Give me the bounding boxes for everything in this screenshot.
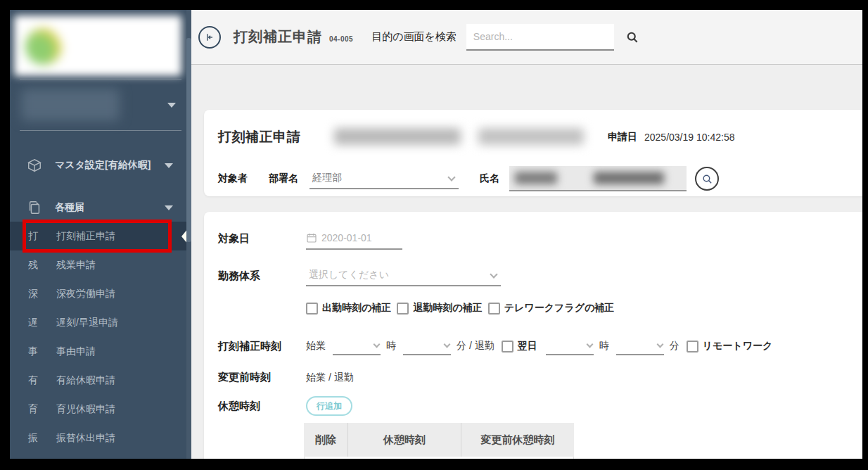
add-row-button[interactable]: 行追加 [306, 396, 352, 416]
sidebar-item-prefix: 打 [28, 230, 42, 243]
sidebar-divider [20, 130, 181, 131]
work-system-placeholder: 選択してください [309, 269, 389, 281]
sidebar-divider [20, 79, 181, 80]
sidebar-item-prefix: 深 [28, 288, 42, 300]
main-area: 打刻補正申請 04-005 目的の画面を検索 打刻補正申請 申請日 2025/0… [191, 10, 862, 459]
break-time-table: 削除 休憩時刻 変更前休憩時刻 [304, 423, 574, 459]
start-work-label: 始業 [306, 340, 326, 352]
checkbox-end-correction[interactable] [397, 303, 409, 315]
work-system-select[interactable]: 選択してください [306, 265, 501, 286]
employee-name-field-blurred[interactable] [509, 166, 687, 191]
sidebar-item-various-forms[interactable]: 各種届 [10, 192, 191, 223]
col-break-time: 休憩時刻 [347, 423, 461, 457]
end-minute-select[interactable] [616, 337, 664, 355]
employee-info-blurred [334, 125, 598, 149]
sidebar-item-paid-leave[interactable]: 有 有給休暇申請 [10, 366, 191, 395]
sidebar-item-prefix: 遅 [28, 317, 42, 329]
sidebar-item-prefix: 育 [28, 403, 42, 416]
chevron-down-icon [165, 205, 173, 210]
sidebar-item-late-early[interactable]: 遅 遅刻/早退申請 [10, 308, 191, 337]
cube-icon [27, 158, 42, 173]
sidebar-item-reason[interactable]: 事 事由申請 [10, 337, 191, 366]
sidebar-item-substitute-holiday-work[interactable]: 振 振替休出申請 [10, 424, 191, 452]
break-table-empty-row [304, 457, 574, 459]
sidebar-item-label: 各種届 [55, 201, 84, 214]
chevron-down-icon [447, 173, 455, 181]
checkbox-label: 出勤時刻の補正 [322, 302, 391, 315]
form-title: 打刻補正申請 [218, 128, 300, 146]
hour-label: 時 [386, 340, 396, 352]
before-change-time-value: 始業 / 退勤 [306, 371, 354, 384]
hour-label: 時 [599, 340, 609, 352]
sidebar-item-label: 深夜労働申請 [56, 288, 115, 300]
department-value: 経理部 [312, 172, 342, 184]
content-body: 打刻補正申請 申請日 2025/03/19 10:42:58 対象者 部署名 経… [191, 65, 862, 459]
col-delete: 削除 [304, 423, 347, 457]
sidebar-item-master-settings[interactable]: マスタ設定[有給休暇] [10, 150, 191, 181]
sidebar-item-label: 事由申請 [56, 345, 96, 358]
checkbox-label: 退勤時刻の補正 [413, 302, 482, 315]
remote-work-label: リモートワーク [703, 340, 773, 352]
work-system-label: 勤務体系 [218, 269, 306, 283]
start-hour-select[interactable] [333, 337, 381, 355]
sidebar-item-overtime[interactable]: 残 残業申請 [10, 250, 191, 279]
break-time-label: 休憩時刻 [218, 400, 306, 413]
minute-end-label: 分 / 退勤 [457, 340, 494, 352]
sidebar-item-late-night-work[interactable]: 深 深夜労働申請 [10, 279, 191, 308]
col-before-break-time: 変更前休憩時刻 [461, 423, 574, 457]
apply-date-label: 申請日 [608, 131, 637, 144]
calendar-icon [306, 232, 317, 243]
chevron-down-icon [165, 163, 173, 168]
department-label: 部署名 [269, 172, 298, 185]
end-hour-select[interactable] [546, 337, 594, 355]
search-label: 目的の画面を検索 [371, 30, 457, 44]
before-change-time-label: 変更前時刻 [218, 371, 306, 384]
start-minute-select[interactable] [403, 337, 451, 355]
checkbox-remote-work[interactable] [687, 341, 698, 352]
sidebar-item-label: 振替休出申請 [56, 432, 115, 445]
sidebar-scrollbar[interactable] [186, 10, 191, 459]
sidebar-item-label: 打刻補正申請 [56, 230, 115, 243]
sidebar-item-label: 育児休暇申請 [56, 403, 115, 416]
app-window: マスタ設定[有給休暇] 各種届 打 打刻補正申請 残 残業申請 深 深夜労働申請 [10, 10, 862, 459]
checkbox-telework-flag[interactable] [488, 303, 500, 315]
department-select[interactable]: 経理部 [309, 168, 459, 189]
sidebar-item-label: 遅刻/早退申請 [56, 317, 118, 329]
request-header-card: 打刻補正申請 申請日 2025/03/19 10:42:58 対象者 部署名 経… [204, 110, 862, 196]
search-icon[interactable] [625, 30, 639, 44]
chevron-down-icon [490, 270, 497, 278]
page-title: 打刻補正申請 [234, 27, 322, 46]
account-chevron-down-icon[interactable] [167, 103, 176, 108]
employee-search-button[interactable] [695, 167, 719, 191]
sidebar-item-prefix: 事 [28, 345, 42, 358]
name-label: 氏名 [480, 172, 499, 185]
sidebar-item-label: 有給休暇申請 [56, 374, 115, 387]
top-header: 打刻補正申請 04-005 目的の画面を検索 [191, 10, 862, 65]
next-day-label: 翌日 [518, 340, 537, 352]
account-name-blurred [21, 89, 120, 121]
sidebar-item-stamp-correction[interactable]: 打 打刻補正申請 [10, 222, 191, 250]
sidebar-item-prefix: 振 [28, 432, 42, 445]
apply-date-value: 2025/03/19 10:42:58 [644, 132, 734, 143]
checkbox-start-correction[interactable] [306, 303, 318, 315]
collapse-sidebar-button[interactable] [198, 26, 221, 49]
target-date-input[interactable]: 2020-01-01 [306, 227, 402, 250]
sidebar-item-childcare-leave[interactable]: 育 育児休暇申請 [10, 395, 191, 424]
minute-label: 分 [670, 340, 679, 352]
page-code: 04-005 [329, 35, 353, 43]
sidebar-item-prefix: 有 [28, 374, 42, 387]
checkbox-label: テレワークフラグの補正 [504, 302, 615, 315]
sidebar-item-prefix: 残 [28, 259, 42, 272]
target-person-label: 対象者 [218, 172, 248, 185]
screen-search-input[interactable] [466, 24, 614, 51]
target-date-placeholder: 2020-01-01 [321, 232, 372, 243]
checkbox-next-day[interactable] [502, 341, 513, 352]
correction-form-card: 対象日 2020-01-01 勤務体系 選択してください [204, 212, 862, 459]
stamp-correction-time-label: 打刻補正時刻 [218, 340, 306, 353]
sidebar-item-label: マスタ設定[有給休暇] [55, 159, 151, 172]
documents-icon [27, 200, 42, 215]
break-table-header: 削除 休憩時刻 変更前休憩時刻 [304, 423, 574, 457]
target-date-label: 対象日 [218, 232, 306, 246]
company-logo-blurred [14, 15, 181, 76]
sidebar: マスタ設定[有給休暇] 各種届 打 打刻補正申請 残 残業申請 深 深夜労働申請 [10, 10, 191, 459]
